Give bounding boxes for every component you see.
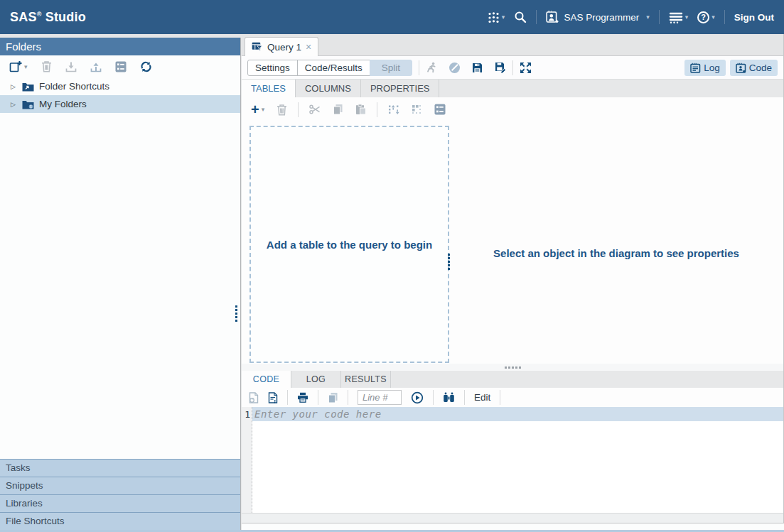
horizontal-splitter[interactable] [242,364,783,371]
line-number-input[interactable] [358,390,402,405]
run-icon [426,62,437,73]
table-dropzone[interactable]: Add a table to the query to begin [249,126,449,363]
tab-query-1[interactable]: Query 1 × [245,37,318,56]
close-icon[interactable]: × [306,42,311,52]
accordion-libraries[interactable]: Libraries [0,494,240,512]
add-table-button[interactable]: + ▾ [251,102,264,116]
apps-grid-icon[interactable]: ▾ [488,11,505,23]
accordion-file-shortcuts[interactable]: File Shortcuts [0,512,240,530]
reorder-columns-button[interactable] [388,104,399,115]
copy-button[interactable] [333,104,343,115]
code-button[interactable]: Code [730,60,778,76]
help-icon[interactable]: ? ▾ [697,11,715,23]
delete-button[interactable] [41,60,52,72]
accordion-snippets[interactable]: Snippets [0,477,240,494]
splitter-handle-icon [505,367,521,369]
properties-pane: Select an object in the diagram to see p… [449,121,783,364]
new-item-icon [9,60,22,72]
layout-grid-button[interactable] [412,104,422,115]
sign-out-button[interactable]: Sign Out [734,12,774,23]
copy-code-button[interactable] [328,392,338,403]
my-folder-icon [22,99,34,109]
current-line-highlight: Enter your code here [252,407,783,421]
code-editor[interactable]: 1 Enter your code here [242,407,783,513]
format-code-button[interactable] [268,392,278,403]
expand-arrow-icon[interactable]: ▷ [11,83,17,90]
properties-list-icon [434,104,446,115]
save-button[interactable] [472,63,483,73]
copy-icon [328,392,338,403]
document-tabstrip: Query 1 × [242,34,783,56]
print-button[interactable] [297,392,308,403]
cut-button[interactable] [309,104,321,114]
trash-icon [276,104,287,116]
search-glyph [514,11,527,23]
query-toolbar: Settings Code/Results Split Log [242,56,783,80]
new-item-button[interactable]: ▾ [9,60,28,72]
accordion-tasks[interactable]: Tasks [0,459,240,477]
go-icon [411,391,424,404]
save-as-button[interactable] [495,62,506,73]
tab-log[interactable]: LOG [291,371,341,388]
header-separator [536,10,537,24]
find-replace-button[interactable] [443,392,455,403]
tab-results[interactable]: RESULTS [341,371,391,388]
tab-code[interactable]: CODE [242,371,291,388]
edit-button[interactable]: Edit [474,392,490,403]
sidebar-splitter-handle[interactable] [235,305,237,322]
paste-icon [355,104,366,115]
code-results-button[interactable]: Code/Results [297,60,370,76]
query-subtabs: TABLES COLUMNS PROPERTIES [242,80,783,97]
editor-text-area[interactable]: Enter your code here [252,407,783,513]
maximize-button[interactable] [520,62,532,74]
scissors-icon [309,104,321,114]
cancel-icon[interactable] [449,63,460,73]
code-toolbar: Edit [242,388,783,407]
user-name: SAS Programmer [564,12,639,23]
layout-grid-icon [412,104,422,115]
user-menu[interactable]: SAS Programmer ▾ [546,11,649,23]
download-button[interactable] [65,61,77,72]
delete-table-button[interactable] [276,104,287,116]
tables-toolbar: + ▾ [242,97,783,121]
tree-item-folder-shortcuts[interactable]: ▷ Folder Shortcuts [0,77,240,95]
reorder-columns-icon [388,104,399,115]
settings-button[interactable]: Settings [247,60,298,76]
tree-item-my-folders[interactable]: ▷ My Folders [0,95,240,113]
editor-status-bar [242,513,783,523]
properties-button[interactable] [115,61,127,72]
folders-toolbar: ▾ [0,55,240,77]
upload-button[interactable] [90,61,102,72]
paste-button[interactable] [355,104,366,115]
save-as-icon [495,62,506,73]
header-separator [659,10,660,24]
toolbar-separator [512,60,513,75]
trash-icon [41,60,52,72]
folders-tree: ▷ Folder Shortcuts ▷ My Folders [0,77,240,113]
search-icon[interactable] [514,11,527,23]
run-button[interactable] [426,62,437,73]
query-diagram: Add a table to the query to begin Select… [242,121,783,364]
toolbar-separator [419,60,419,75]
tab-tables[interactable]: TABLES [242,80,296,97]
sidebar-accordion: Tasks Snippets Libraries File Shortcuts [0,459,240,530]
user-badge-icon [546,11,559,23]
toolbar-separator [500,390,500,405]
view-menu-icon[interactable]: ▾ [669,11,689,23]
code-icon [736,63,746,73]
split-button[interactable]: Split [370,60,412,76]
tab-properties[interactable]: PROPERTIES [361,80,440,97]
dropzone-message: Add a table to the query to begin [254,239,445,251]
toolbar-separator [377,102,377,117]
expand-arrow-icon[interactable]: ▷ [11,101,17,108]
log-button[interactable]: Log [684,60,726,76]
reset-code-button[interactable] [249,392,259,403]
properties-message: Select an object in the diagram to see p… [493,247,739,259]
help-glyph: ? [697,11,709,23]
table-properties-button[interactable] [434,104,446,115]
folders-panel-header[interactable]: Folders [0,38,240,55]
refresh-button[interactable] [140,61,152,72]
tab-columns[interactable]: COLUMNS [296,80,361,97]
goto-line-button[interactable] [411,391,424,404]
tree-item-label: My Folders [39,99,87,109]
